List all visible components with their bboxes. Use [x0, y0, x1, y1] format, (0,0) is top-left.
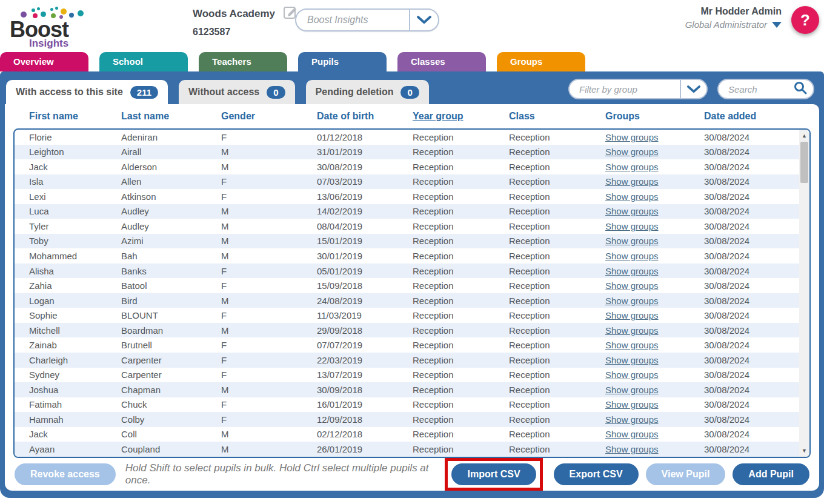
- cell-class: Reception: [509, 370, 605, 380]
- help-button[interactable]: ?: [791, 6, 819, 34]
- show-groups-link[interactable]: Show groups: [605, 355, 659, 365]
- scrollbar-thumb[interactable]: [800, 142, 808, 183]
- cell-last-name: Adeniran: [121, 132, 221, 142]
- pupil-row[interactable]: Jack Alderson M 30/08/2019 Reception Rec…: [15, 159, 799, 174]
- column-header[interactable]: Date added: [704, 111, 811, 122]
- pupil-row[interactable]: Leighton Airall M 31/01/2019 Reception R…: [15, 145, 799, 160]
- column-header[interactable]: Class: [509, 111, 605, 122]
- cell-gender: M: [221, 429, 317, 439]
- cell-date-added: 30/08/2024: [704, 340, 799, 350]
- show-groups-link[interactable]: Show groups: [605, 340, 659, 350]
- import-csv-button[interactable]: Import CSV: [451, 463, 536, 485]
- cell-class: Reception: [509, 325, 605, 336]
- cell-first-name: Charleigh: [29, 355, 121, 365]
- show-groups-link[interactable]: Show groups: [605, 414, 659, 425]
- show-groups-link[interactable]: Show groups: [605, 162, 659, 172]
- site-selector-dropdown[interactable]: Boost Insights: [295, 8, 439, 31]
- cell-last-name: Brutnell: [121, 340, 221, 350]
- show-groups-link[interactable]: Show groups: [605, 132, 659, 142]
- cell-year-group: Reception: [413, 340, 509, 350]
- chevron-down-icon[interactable]: [409, 10, 438, 30]
- user-menu[interactable]: Mr Hodder Admin Global Administrator: [685, 6, 782, 30]
- scrollbar[interactable]: ▲ ▼: [799, 130, 809, 457]
- show-groups-link[interactable]: Show groups: [605, 310, 659, 320]
- column-header[interactable]: Groups: [605, 111, 704, 122]
- cell-date-of-birth: 07/07/2019: [317, 340, 413, 350]
- tab-classes[interactable]: Classes: [397, 52, 486, 71]
- show-groups-link[interactable]: Show groups: [605, 206, 659, 216]
- tab-pupils[interactable]: Pupils: [298, 52, 387, 71]
- tab-overview[interactable]: Overview: [0, 52, 88, 71]
- subtab[interactable]: With access to this site 211: [6, 80, 168, 104]
- show-groups-link[interactable]: Show groups: [605, 191, 659, 202]
- pupil-row[interactable]: Charleigh Carpenter F 22/03/2019 Recepti…: [15, 353, 799, 368]
- show-groups-link[interactable]: Show groups: [605, 385, 659, 395]
- scroll-down-icon[interactable]: ▼: [799, 446, 809, 456]
- pupil-row[interactable]: Luca Audley M 14/02/2019 Reception Recep…: [15, 204, 799, 219]
- cell-year-group: Reception: [413, 370, 509, 380]
- pupil-row[interactable]: Logan Bird M 24/08/2019 Reception Recept…: [15, 293, 799, 308]
- export-csv-button[interactable]: Export CSV: [554, 463, 639, 485]
- cell-year-group: Reception: [413, 191, 509, 202]
- show-groups-link[interactable]: Show groups: [605, 370, 659, 380]
- tab-teachers[interactable]: Teachers: [199, 52, 287, 71]
- column-header[interactable]: Gender: [221, 111, 317, 122]
- scroll-up-icon[interactable]: ▲: [799, 131, 809, 141]
- cell-class: Reception: [509, 444, 605, 454]
- show-groups-link[interactable]: Show groups: [605, 251, 659, 261]
- cell-year-group: Reception: [413, 385, 509, 395]
- pupil-row[interactable]: Zahia Batool F 15/09/2018 Reception Rece…: [15, 278, 799, 293]
- pupil-row[interactable]: Joshua Chapman M 30/09/2018 Reception Re…: [15, 382, 799, 397]
- tab-groups[interactable]: Groups: [497, 52, 585, 71]
- pupil-row[interactable]: Alisha Banks F 05/01/2019 Reception Rece…: [15, 264, 799, 279]
- show-groups-link[interactable]: Show groups: [605, 296, 659, 306]
- revoke-access-button[interactable]: Revoke access: [15, 463, 116, 485]
- pupil-row[interactable]: Toby Azimi M 15/01/2019 Reception Recept…: [15, 234, 799, 249]
- subtabs-host: With access to this site 211 Without acc…: [6, 80, 429, 104]
- column-header[interactable]: Date of birth: [317, 111, 413, 122]
- show-groups-link[interactable]: Show groups: [605, 147, 659, 157]
- view-pupil-button[interactable]: View Pupil: [646, 463, 726, 485]
- pupil-row[interactable]: Tyler Audley M 08/04/2019 Reception Rece…: [15, 219, 799, 234]
- pupil-row[interactable]: Sydney Carpenter F 13/07/2019 Reception …: [15, 368, 799, 383]
- cell-gender: F: [221, 355, 317, 365]
- show-groups-link[interactable]: Show groups: [605, 236, 659, 246]
- search-icon[interactable]: [794, 81, 807, 97]
- cell-last-name: Azimi: [121, 236, 221, 246]
- pupil-row[interactable]: Fatimah Chuck F 16/01/2019 Reception Rec…: [15, 397, 799, 413]
- pupil-row[interactable]: Hamnah Colby F 12/09/2018 Reception Rece…: [15, 412, 799, 427]
- subtab[interactable]: Pending deletion 0: [306, 80, 429, 104]
- pupil-row[interactable]: Sophie BLOUNT F 11/03/2019 Reception Rec…: [15, 308, 799, 323]
- pupil-row[interactable]: Mitchell Boardman M 29/09/2018 Reception…: [15, 323, 799, 338]
- tab-school[interactable]: School: [99, 52, 188, 71]
- pupil-row[interactable]: Lexi Atkinson F 13/06/2019 Reception Rec…: [15, 189, 799, 204]
- show-groups-link[interactable]: Show groups: [605, 429, 659, 439]
- pupil-row[interactable]: Mohammed Bah M 30/01/2019 Reception Rece…: [15, 248, 799, 264]
- show-groups-link[interactable]: Show groups: [605, 325, 659, 336]
- pupil-row[interactable]: Isla Allen F 07/03/2019 Reception Recept…: [15, 174, 799, 190]
- column-header[interactable]: First name: [29, 111, 121, 122]
- cell-gender: F: [221, 191, 317, 202]
- show-groups-link[interactable]: Show groups: [605, 280, 659, 291]
- cell-date-added: 30/08/2024: [704, 132, 799, 142]
- show-groups-link[interactable]: Show groups: [605, 399, 659, 409]
- column-header[interactable]: Year group: [413, 111, 509, 122]
- pupil-row[interactable]: Jack Coll M 02/12/2018 Reception Recepti…: [15, 427, 799, 442]
- cell-first-name: Sophie: [29, 310, 121, 320]
- filter-by-group-dropdown[interactable]: Filter by group: [568, 79, 708, 99]
- user-menu-caret-icon[interactable]: [772, 22, 782, 28]
- show-groups-link[interactable]: Show groups: [605, 266, 659, 276]
- subtab[interactable]: Without access 0: [179, 80, 295, 104]
- pupil-row[interactable]: Ayaan Coupland M 26/01/2019 Reception Re…: [15, 442, 799, 457]
- pupil-row[interactable]: Zainab Brutnell F 07/07/2019 Reception R…: [15, 337, 799, 353]
- pupil-row[interactable]: Florie Adeniran F 01/12/2018 Reception R…: [15, 130, 799, 145]
- cell-year-group: Reception: [413, 206, 509, 216]
- show-groups-link[interactable]: Show groups: [605, 221, 659, 231]
- cell-last-name: Alderson: [121, 162, 221, 172]
- add-pupil-button[interactable]: Add Pupil: [733, 463, 809, 485]
- show-groups-link[interactable]: Show groups: [605, 176, 659, 187]
- search-input[interactable]: [721, 84, 794, 94]
- chevron-down-icon[interactable]: [680, 80, 706, 98]
- show-groups-link[interactable]: Show groups: [605, 444, 659, 454]
- column-header[interactable]: Last name: [121, 111, 221, 122]
